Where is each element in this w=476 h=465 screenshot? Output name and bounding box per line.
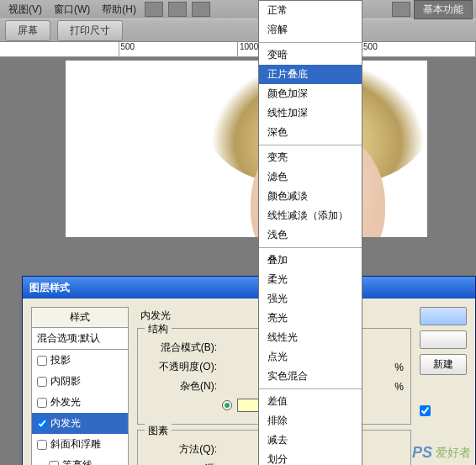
style-item-label: 内阴影 <box>50 374 81 388</box>
blend-mode-option[interactable]: 正片叠底 <box>259 65 362 84</box>
style-item-label: 投影 <box>50 353 71 367</box>
style-item[interactable]: 等高线 <box>32 455 128 465</box>
dialog-buttons: 新建 <box>420 307 467 465</box>
menu-help[interactable]: 帮助(H) <box>97 1 141 18</box>
basic-functions-button[interactable]: 基本功能 <box>414 0 473 19</box>
blend-mode-option[interactable]: 滤色 <box>259 167 362 187</box>
document-canvas[interactable] <box>66 61 427 237</box>
blend-mode-option[interactable]: 线性光 <box>259 328 362 347</box>
dropdown-separator <box>259 388 362 389</box>
blend-mode-option[interactable]: 强光 <box>259 289 362 309</box>
blend-options-default[interactable]: 混合选项:默认 <box>32 328 128 350</box>
blend-mode-option[interactable]: 减去 <box>259 431 362 450</box>
color-radio[interactable] <box>222 400 232 410</box>
style-item[interactable]: 投影 <box>32 350 128 371</box>
style-checkbox[interactable] <box>37 377 47 387</box>
blend-mode-option[interactable]: 变亮 <box>259 148 362 167</box>
canvas-area: 图层样式 样式 混合选项:默认 投影内阴影外发光内发光斜面和浮雕等高线纹理光泽颜… <box>0 57 476 465</box>
blend-mode-option[interactable]: 柔光 <box>259 270 362 289</box>
style-checkbox[interactable] <box>37 419 47 429</box>
view-mode-icon[interactable] <box>392 2 410 17</box>
new-style-button[interactable]: 新建 <box>420 354 467 375</box>
styles-header[interactable]: 样式 <box>31 307 129 328</box>
ok-button[interactable] <box>420 307 467 325</box>
blend-mode-option[interactable]: 线性减淡（添加） <box>259 206 362 225</box>
style-item-label: 外发光 <box>50 395 81 410</box>
blend-mode-option[interactable]: 正常 <box>259 1 362 20</box>
style-item[interactable]: 内阴影 <box>32 371 128 392</box>
dropdown-separator <box>259 145 362 145</box>
blend-mode-option[interactable]: 浅色 <box>259 225 362 245</box>
mb-icon[interactable] <box>168 2 187 17</box>
group-structure-label: 结构 <box>145 322 172 336</box>
layer-style-dialog: 图层样式 样式 混合选项:默认 投影内阴影外发光内发光斜面和浮雕等高线纹理光泽颜… <box>22 276 476 465</box>
blend-mode-option[interactable]: 排除 <box>259 411 362 431</box>
noise-label: 杂色(N): <box>145 379 217 394</box>
blend-mode-option[interactable]: 亮光 <box>259 309 362 328</box>
blend-mode-label: 混合模式(B): <box>145 341 217 355</box>
ruler-mark: 1500 <box>357 42 477 56</box>
dropdown-separator <box>259 42 362 43</box>
percent-symbol: % <box>394 381 404 393</box>
styles-list-panel: 样式 混合选项:默认 投影内阴影外发光内发光斜面和浮雕等高线纹理光泽颜色叠加渐变… <box>31 307 129 465</box>
watermark-text: 爱好者 <box>436 446 471 461</box>
blend-mode-option[interactable]: 深色 <box>259 123 362 142</box>
dropdown-separator <box>259 247 362 248</box>
style-checkbox[interactable] <box>37 398 47 408</box>
style-item[interactable]: 内发光 <box>32 413 128 434</box>
method-label: 方法(Q): <box>145 442 217 457</box>
br-icon[interactable] <box>145 2 163 17</box>
blend-mode-option[interactable]: 实色混合 <box>259 367 362 386</box>
blend-mode-option[interactable]: 差值 <box>259 392 362 411</box>
blend-mode-option[interactable]: 划分 <box>259 450 362 465</box>
menu-window[interactable]: 窗口(W) <box>49 1 95 18</box>
print-size-button[interactable]: 打印尺寸 <box>57 20 123 41</box>
blend-mode-option[interactable]: 叠加 <box>259 251 362 270</box>
blend-mode-option[interactable]: 点光 <box>259 347 362 367</box>
source-label: 源: <box>145 462 217 465</box>
style-item-label: 内发光 <box>50 416 81 431</box>
style-item[interactable]: 斜面和浮雕 <box>32 434 128 455</box>
style-checkbox[interactable] <box>37 440 47 450</box>
screen-button[interactable]: 屏幕 <box>5 20 50 41</box>
opacity-label: 不透明度(O): <box>145 360 217 374</box>
blend-mode-dropdown[interactable]: 正常溶解变暗正片叠底颜色加深线性加深深色变亮滤色颜色减淡线性减淡（添加）浅色叠加… <box>258 0 362 465</box>
dialog-titlebar[interactable]: 图层样式 <box>23 277 475 299</box>
ruler-mark: 500 <box>119 42 239 56</box>
style-item[interactable]: 外发光 <box>32 392 128 413</box>
dialog-title: 图层样式 <box>29 281 70 295</box>
blend-mode-option[interactable]: 溶解 <box>259 20 362 40</box>
percent-symbol: % <box>394 362 404 373</box>
watermark-logo: PS <box>412 444 432 462</box>
options-bar: 屏幕 打印尺寸 <box>0 18 476 42</box>
menu-view[interactable]: 视图(V) <box>3 1 47 18</box>
style-checkbox[interactable] <box>37 356 47 366</box>
cancel-button[interactable] <box>420 330 467 349</box>
style-item-label: 等高线 <box>62 458 93 465</box>
group-elements-label: 图素 <box>145 424 172 438</box>
blend-mode-option[interactable]: 颜色加深 <box>259 84 362 103</box>
grid-icon[interactable] <box>192 2 210 17</box>
blend-mode-option[interactable]: 线性加深 <box>259 103 362 123</box>
blend-mode-option[interactable]: 颜色减淡 <box>259 187 362 206</box>
horizontal-ruler: 500 1000 1500 <box>0 42 476 57</box>
style-checkbox[interactable] <box>49 461 59 466</box>
blend-mode-option[interactable]: 变暗 <box>259 45 362 65</box>
watermark: PS 爱好者 <box>412 444 471 462</box>
app-menubar: 视图(V) 窗口(W) 帮助(H) 基本功能 <box>0 0 476 18</box>
style-item-label: 斜面和浮雕 <box>50 437 101 452</box>
preview-checkbox[interactable] <box>420 405 467 416</box>
ruler-mark <box>0 42 119 56</box>
